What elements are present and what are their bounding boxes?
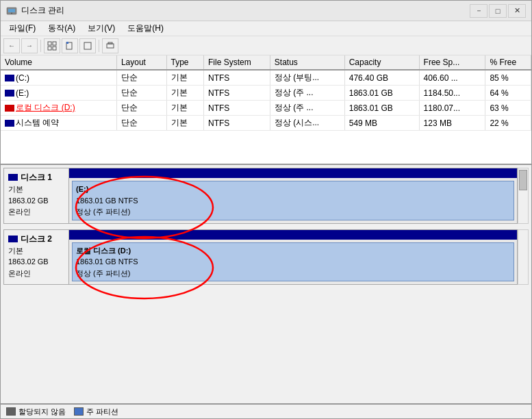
svg-rect-5 xyxy=(48,47,51,50)
disk-mini-bar xyxy=(8,174,18,181)
table-row[interactable]: 시스템 예약단순기본NTFS정상 (시스...549 MB123 MB22 % xyxy=(1,116,531,131)
disk-size: 1863.02 GB xyxy=(8,256,64,268)
table-cell: 기본 xyxy=(166,86,203,101)
table-cell: 22 % xyxy=(485,116,531,131)
cell-volume: (E:) xyxy=(1,86,116,101)
partition-label: (E:) xyxy=(76,183,510,195)
toolbar-btn-edit[interactable] xyxy=(62,38,78,53)
partition-detail2: 정상 (주 파티션) xyxy=(76,206,510,218)
menu-view[interactable]: 보기(V) xyxy=(82,21,121,36)
table-row[interactable]: (E:)단순기본NTFS정상 (주 ...1863.01 GB1184.50..… xyxy=(1,86,531,101)
close-button[interactable]: ✕ xyxy=(508,4,526,18)
col-pct[interactable]: % Free xyxy=(485,55,531,70)
back-button[interactable]: ← xyxy=(3,38,20,53)
col-free[interactable]: Free Sp... xyxy=(419,55,485,70)
minimize-button[interactable]: － xyxy=(470,4,487,18)
window-title: 디스크 관리 xyxy=(21,5,64,16)
disk-header-bar xyxy=(69,168,517,178)
legend-unallocated-label: 할당되지 않음 xyxy=(18,407,66,417)
title-bar: 디스크 관리 － □ ✕ xyxy=(1,1,531,21)
table-cell: 단순 xyxy=(116,101,166,116)
disk-name: 디스크 1 xyxy=(8,171,64,183)
toolbar-btn-box[interactable] xyxy=(79,38,96,53)
svg-rect-10 xyxy=(107,44,114,48)
menu-action[interactable]: 동작(A) xyxy=(42,21,81,36)
table-cell: 1184.50... xyxy=(419,86,485,101)
toolbar-btn-extra[interactable] xyxy=(102,38,118,53)
partition-label: 로컬 디스크 (D:) xyxy=(76,245,510,257)
disk-entry: 디스크 1기본1863.02 GB온라인(E:)1863.01 GB NTFS정… xyxy=(3,168,529,224)
col-capacity[interactable]: Capacity xyxy=(344,55,419,70)
partition-block[interactable]: (E:)1863.01 GB NTFS정상 (주 파티션) xyxy=(72,181,514,220)
disk-partition-map: 로컬 디스크 (D:)1863.01 GB NTFS정상 (주 파티션) xyxy=(68,229,518,285)
menu-file[interactable]: 파일(F) xyxy=(3,21,41,36)
menu-help[interactable]: 도움말(H) xyxy=(122,21,169,36)
partition-detail1: 1863.01 GB NTFS xyxy=(76,256,510,268)
disk-bar-icon xyxy=(5,90,14,97)
table-cell: 기본 xyxy=(166,70,203,86)
disk-status: 온라인 xyxy=(8,206,64,218)
table-cell: 정상 (주 ... xyxy=(270,101,344,116)
disk-status: 온라인 xyxy=(8,268,64,279)
table-cell: 정상 (주 ... xyxy=(270,86,344,101)
table-cell: NTFS xyxy=(203,101,270,116)
partition-block[interactable]: 로컬 디스크 (D:)1863.01 GB NTFS정상 (주 파티션) xyxy=(72,242,514,282)
disk-name-text: 디스크 1 xyxy=(21,171,52,183)
svg-rect-6 xyxy=(53,47,56,50)
table-cell: 1863.01 GB xyxy=(344,86,419,101)
scrollbar[interactable] xyxy=(518,168,529,224)
legend-primary: 주 파티션 xyxy=(74,407,118,417)
disk-partitions-container: (E:)1863.01 GB NTFS정상 (주 파티션) xyxy=(69,178,517,223)
title-bar-controls: － □ ✕ xyxy=(470,4,526,18)
disk-type: 기본 xyxy=(8,245,64,257)
table-cell: 1180.07... xyxy=(419,101,485,116)
table-cell: 정상 (부팅... xyxy=(270,70,344,86)
legend-unallocated: 할당되지 않음 xyxy=(6,407,66,417)
svg-rect-8 xyxy=(66,42,68,44)
main-content: Volume Layout Type File System Status Ca… xyxy=(1,55,531,418)
partition-detail1: 1863.01 GB NTFS xyxy=(76,195,510,207)
table-cell: 기본 xyxy=(166,116,203,131)
table-row[interactable]: (C:)단순기본NTFS정상 (부팅...476.40 GB406.60 ...… xyxy=(1,70,531,86)
toolbar-btn-grid[interactable] xyxy=(44,38,60,53)
toolbar: ← → xyxy=(1,36,531,55)
cell-volume: 로컬 디스크 (D:) xyxy=(1,101,116,116)
col-volume[interactable]: Volume xyxy=(1,55,116,70)
svg-rect-9 xyxy=(84,42,91,49)
legend-primary-box xyxy=(74,407,84,416)
scrollbar[interactable] xyxy=(518,229,529,285)
toolbar-separator-1 xyxy=(40,40,41,52)
app-icon xyxy=(6,5,17,16)
cell-volume: (C:) xyxy=(1,70,116,86)
col-status[interactable]: Status xyxy=(270,55,344,70)
menu-bar: 파일(F) 동작(A) 보기(V) 도움말(H) xyxy=(1,21,531,36)
col-type[interactable]: Type xyxy=(166,55,203,70)
cell-volume: 시스템 예약 xyxy=(1,116,116,131)
svg-rect-3 xyxy=(48,42,51,45)
disk-size: 1863.02 GB xyxy=(8,195,64,207)
forward-button[interactable]: → xyxy=(21,38,38,53)
disk-map-area: 디스크 1기본1863.02 GB온라인(E:)1863.01 GB NTFS정… xyxy=(1,165,531,403)
disk-bar-icon xyxy=(5,120,14,127)
scroll-thumb[interactable] xyxy=(519,170,527,190)
svg-rect-1 xyxy=(8,9,15,12)
svg-rect-11 xyxy=(108,42,112,44)
table-cell: 406.60 ... xyxy=(419,70,485,86)
legend-unallocated-box xyxy=(6,407,16,416)
legend-primary-label: 주 파티션 xyxy=(86,407,118,417)
disk-header-bar xyxy=(69,230,517,240)
disk-table: Volume Layout Type File System Status Ca… xyxy=(1,55,531,131)
col-fs[interactable]: File System xyxy=(203,55,270,70)
maximize-button[interactable]: □ xyxy=(489,4,507,18)
disk-name-text: 디스크 2 xyxy=(21,233,52,245)
table-cell: 단순 xyxy=(116,86,166,101)
volume-name: (E:) xyxy=(16,88,29,98)
col-layout[interactable]: Layout xyxy=(116,55,166,70)
toolbar-separator-2 xyxy=(99,40,99,52)
disk-mini-bar xyxy=(8,236,18,242)
table-cell: 단순 xyxy=(116,70,166,86)
table-cell: 단순 xyxy=(116,116,166,131)
table-row[interactable]: 로컬 디스크 (D:)단순기본NTFS정상 (주 ...1863.01 GB11… xyxy=(1,101,531,116)
table-cell: 정상 (시스... xyxy=(270,116,344,131)
partition-detail2: 정상 (주 파티션) xyxy=(76,268,510,279)
